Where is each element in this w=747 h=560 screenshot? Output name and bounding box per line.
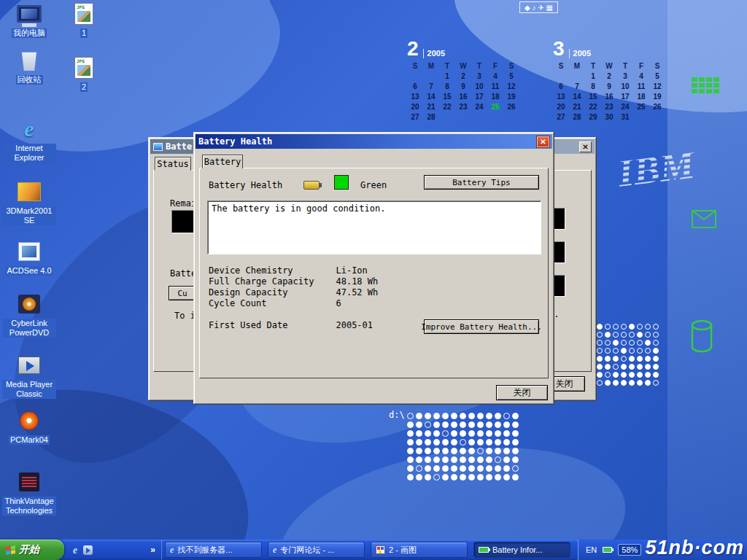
tab-battery[interactable]: Battery [202,155,243,168]
dot [637,372,643,378]
dot [460,456,466,463]
dot [486,465,492,472]
desktop-icon-acdsee[interactable]: ACDSee 4.0 [1,239,57,276]
desktop-icon-pcmark04[interactable]: PCMark04 [1,408,57,445]
dot [460,465,466,472]
condition-textbox[interactable]: The battery is in good condition. [207,201,541,254]
dot [653,364,659,370]
ie-icon: e [273,545,276,556]
start-button[interactable]: 开始 [0,540,64,560]
dot [503,413,510,419]
language-indicator[interactable]: EN [586,545,597,554]
calendar-cell: 11 [487,82,503,92]
dot [425,430,431,437]
task-label: Battery Infor... [492,545,542,554]
calendar-cell: 26 [503,102,519,112]
dot [597,332,603,338]
thinkvantage-icon [15,470,43,494]
dot [503,448,510,454]
svg-text:IBM: IBM [615,142,699,195]
calendar-cell: T [585,61,601,71]
battery-health-dialog[interactable]: Battery Health ✕ Battery Battery Health … [193,132,554,405]
quick-launch-media-icon[interactable] [83,545,93,555]
battery-health-titlebar[interactable]: Battery Health ✕ [196,134,552,149]
dot [433,421,440,428]
calendar-cell: 1 [585,71,601,82]
dot [468,448,475,454]
cylinder-icon [690,319,713,356]
dot [645,356,651,362]
quick-launch-expand-icon[interactable]: » [150,545,155,555]
dot [637,340,643,346]
calendar-cell: 18 [487,92,503,102]
taskbar-task-button[interactable]: e找不到服务器... [165,542,262,558]
calendar-cell: 15 [439,92,455,102]
battery-tips-button[interactable]: Battery Tips [424,175,539,190]
tab-status[interactable]: Status [155,157,191,171]
ie-icon: e [170,545,174,556]
dot [442,474,449,481]
calendar-cell: F [487,61,503,71]
calendar-cell: S [407,61,423,71]
desktop-icon-internet-explorer[interactable]: Internet Explorer [1,117,57,163]
taskbar-task-button[interactable]: 2 - 画图 [371,542,468,558]
calendar-grid: SMTWTFS123456789101112131415161718192021… [407,61,521,122]
desktop-icon-powerdvd[interactable]: CyberLink PowerDVD [1,292,57,338]
dot [442,439,449,446]
calendar-cell: 19 [503,92,519,102]
dot [477,474,484,481]
dot [503,465,510,472]
desktop-icon-3dmark2001[interactable]: 3DMark2001 SE [1,179,57,225]
dot [605,348,611,354]
dot [416,474,422,481]
dot [486,421,492,428]
close-button[interactable]: 关闭 [496,385,548,400]
desktop-icon-media-player-classic[interactable]: Media Player Classic [1,353,57,399]
calendar-cell: S [553,61,569,71]
desktop-icon-recycle-bin[interactable]: 回收站 [1,48,57,85]
dot [645,324,651,330]
dot [597,324,603,330]
quick-launch-ie-icon[interactable] [73,543,77,556]
desktop-icon-thinkvantage[interactable]: ThinkVantage Technologies [1,470,57,516]
desktop-file-jpg-2[interactable]: JPG 2 [66,55,102,92]
dot [407,465,414,472]
wallpaper-calendar-february: 2 2005 SMTWTFS12345678910111213141516171… [407,39,521,122]
calendar-cell: 2 [455,71,471,82]
dot [613,380,619,386]
improve-battery-health-button[interactable]: Improve Battery Health... [424,319,539,334]
dot [653,372,659,378]
dot [621,348,627,354]
acdsee-icon [15,239,43,264]
calendar-cell: 27 [407,112,423,122]
calendar-cell: 6 [407,82,423,92]
taskbar-task-button[interactable]: Battery Infor... [473,542,570,558]
desktop-file-jpg-1[interactable]: JPG 1 [66,1,102,38]
file-label: 2 [80,82,88,92]
dot [503,430,510,437]
dot [407,448,414,454]
taskbar-task-button[interactable]: e专门网论坛 - ... [268,542,365,558]
dot [613,356,619,362]
dot [451,448,457,454]
close-icon[interactable]: ✕ [579,141,592,152]
close-icon[interactable]: ✕ [537,136,549,147]
battery-percent-badge[interactable]: 58% [618,544,641,556]
dot [629,340,635,346]
current-button[interactable]: Cu [169,286,196,300]
calendar-month: 2 [407,39,419,58]
dot [468,456,475,463]
calendar-cell: 9 [601,82,617,92]
tray-battery-icon[interactable] [603,547,612,553]
dot [425,448,431,454]
calendar-cell: 10 [617,82,633,92]
dot [416,439,422,446]
calendar-cell: 29 [585,112,601,122]
desktop-icon-my-computer[interactable]: 我的电脑 [1,1,57,38]
calendar-cell: S [649,61,665,71]
dot [503,456,510,463]
dot [597,364,603,370]
dot [637,380,643,386]
dot [597,340,603,346]
button-label: Improve Battery Health... [421,322,542,332]
